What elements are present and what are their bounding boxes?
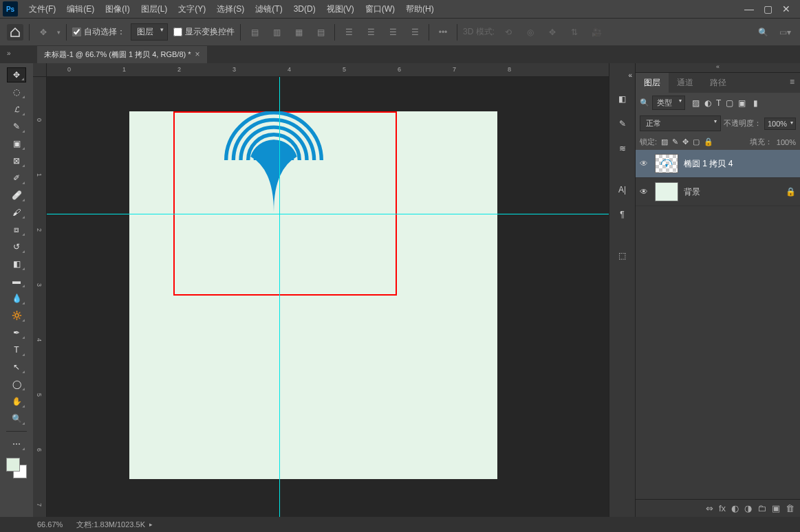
close-button[interactable]: ✕: [782, 3, 790, 14]
marquee-tool[interactable]: ◌: [7, 85, 26, 100]
edit-toolbar-icon[interactable]: ⋯: [7, 436, 26, 452]
layer-thumbnail[interactable]: [655, 182, 678, 201]
crop-tool[interactable]: ▣: [7, 136, 26, 151]
distribute-bottom-icon[interactable]: ☰: [385, 25, 401, 40]
eyedropper-tool[interactable]: ✐: [7, 170, 26, 186]
expand-tabs-icon[interactable]: »: [3, 45, 15, 61]
pen-tool[interactable]: ✒: [7, 325, 26, 340]
move-tool-icon[interactable]: ✥: [35, 25, 52, 40]
menu-window[interactable]: 窗口(W): [360, 1, 400, 18]
workspace-switch-icon[interactable]: ▭▾: [777, 25, 793, 40]
align-left-icon[interactable]: ▤: [246, 25, 263, 40]
menu-image[interactable]: 图像(I): [100, 1, 135, 18]
home-button[interactable]: [7, 24, 23, 41]
layer-row[interactable]: 👁 背景 🔒: [636, 178, 800, 206]
eraser-tool[interactable]: ◧: [7, 256, 26, 271]
close-tab-icon[interactable]: ×: [195, 49, 200, 59]
doc-info-flyout-icon[interactable]: ▸: [149, 521, 153, 528]
distribute-vcenter-icon[interactable]: ☰: [363, 25, 379, 40]
minimize-button[interactable]: —: [744, 3, 754, 14]
blur-tool[interactable]: 💧: [7, 291, 26, 306]
align-hcenter-icon[interactable]: ▥: [268, 25, 285, 40]
lock-transparency-icon[interactable]: ▨: [661, 137, 668, 146]
canvas-area[interactable]: 0 1 2 3 4 5 6 7 8 0 1 2 3 4 5 6 7: [33, 63, 609, 517]
layer-group-icon[interactable]: 🗀: [757, 503, 766, 513]
dodge-tool[interactable]: 🔆: [7, 308, 26, 323]
menu-file[interactable]: 文件(F): [23, 1, 61, 18]
filter-shape-icon[interactable]: ▢: [726, 98, 733, 108]
quick-select-tool[interactable]: ✎: [7, 119, 26, 134]
adjustments-panel-icon[interactable]: ◧: [615, 91, 630, 107]
blend-mode-dropdown[interactable]: 正常: [640, 115, 721, 131]
menu-3d[interactable]: 3D(D): [288, 1, 321, 16]
healing-tool[interactable]: 🩹: [7, 188, 26, 203]
doc-info-value[interactable]: 1.83M/1023.5K: [94, 520, 145, 529]
foreground-color-swatch[interactable]: [6, 458, 20, 472]
show-transform-checkbox[interactable]: 显示变换控件: [173, 26, 235, 38]
layer-style-icon[interactable]: fx: [719, 503, 726, 513]
move-tool[interactable]: ✥: [7, 67, 26, 82]
lock-position-icon[interactable]: ✥: [682, 137, 689, 146]
menu-type[interactable]: 文字(Y): [173, 1, 211, 18]
distribute-left-icon[interactable]: ☰: [407, 25, 423, 40]
more-options-icon[interactable]: •••: [435, 25, 451, 40]
filter-toggle-icon[interactable]: ▮: [753, 98, 758, 108]
menu-layer[interactable]: 图层(L): [136, 1, 173, 18]
visibility-toggle-icon[interactable]: 👁: [640, 159, 649, 168]
lock-all-icon[interactable]: 🔒: [704, 137, 713, 146]
menu-filter[interactable]: 滤镜(T): [250, 1, 288, 18]
color-swatch[interactable]: [6, 458, 27, 478]
guide-horizontal[interactable]: [47, 214, 609, 214]
visibility-toggle-icon[interactable]: 👁: [640, 187, 649, 197]
character-panel-icon[interactable]: A|: [615, 182, 630, 197]
frame-tool[interactable]: ⊠: [7, 153, 26, 168]
fill-input[interactable]: 100%: [777, 138, 796, 146]
guide-vertical[interactable]: [279, 77, 280, 517]
brush-tool[interactable]: 🖌: [7, 205, 26, 220]
menu-edit[interactable]: 编辑(E): [61, 1, 100, 18]
adjustment-layer-icon[interactable]: ◑: [744, 503, 752, 513]
document-canvas[interactable]: [129, 111, 497, 479]
align-top-icon[interactable]: ▤: [312, 25, 329, 40]
lock-image-icon[interactable]: ✎: [672, 137, 678, 146]
ruler-origin[interactable]: [33, 63, 47, 77]
layer-mask-icon[interactable]: ◐: [731, 503, 739, 513]
menu-select[interactable]: 选择(S): [211, 1, 250, 18]
3d-panel-icon[interactable]: ⬚: [615, 248, 630, 263]
layer-thumbnail[interactable]: [655, 154, 678, 173]
lock-artboard-icon[interactable]: ▢: [693, 137, 700, 146]
search-icon[interactable]: 🔍: [755, 25, 771, 40]
new-layer-icon[interactable]: ▣: [772, 503, 780, 513]
auto-select-checkbox[interactable]: 自动选择：: [72, 26, 125, 38]
layer-row[interactable]: 👁 椭圆 1 拷贝 4: [636, 150, 800, 178]
path-select-tool[interactable]: ↖: [7, 359, 26, 375]
panel-collapse-icon[interactable]: «: [636, 63, 800, 73]
clone-stamp-tool[interactable]: ⧈: [7, 222, 26, 237]
hand-tool[interactable]: ✋: [7, 394, 26, 409]
panel-menu-icon[interactable]: ≡: [784, 73, 800, 93]
filter-pixel-icon[interactable]: ▨: [692, 98, 700, 108]
document-tab[interactable]: 未标题-1 @ 66.7% (椭圆 1 拷贝 4, RGB/8) * ×: [37, 46, 207, 63]
tab-paths[interactable]: 路径: [702, 73, 735, 93]
gradient-tool[interactable]: ▬: [7, 274, 26, 289]
menu-view[interactable]: 视图(V): [321, 1, 360, 18]
swatches-panel-icon[interactable]: ≋: [615, 141, 630, 156]
tab-layers[interactable]: 图层: [636, 73, 669, 93]
styles-panel-icon[interactable]: ✎: [615, 116, 630, 131]
filter-adjustment-icon[interactable]: ◐: [704, 98, 711, 108]
layer-name[interactable]: 背景: [684, 186, 700, 198]
tab-channels[interactable]: 通道: [669, 73, 702, 93]
type-tool[interactable]: T: [7, 342, 26, 357]
auto-select-target-dropdown[interactable]: 图层: [131, 23, 168, 41]
link-layers-icon[interactable]: ⇔: [706, 503, 713, 513]
align-right-icon[interactable]: ▦: [290, 25, 307, 40]
delete-layer-icon[interactable]: 🗑: [786, 503, 794, 513]
zoom-tool[interactable]: 🔍: [7, 411, 26, 426]
ruler-vertical[interactable]: 0 1 2 3 4 5 6 7: [33, 77, 47, 517]
dock-collapse-icon[interactable]: «: [625, 69, 635, 82]
history-brush-tool[interactable]: ↺: [7, 239, 26, 254]
maximize-button[interactable]: ▢: [764, 3, 772, 14]
opacity-input[interactable]: 100%: [764, 118, 796, 130]
shape-tool[interactable]: ◯: [7, 377, 26, 392]
lasso-tool[interactable]: 𝓛: [7, 102, 26, 117]
